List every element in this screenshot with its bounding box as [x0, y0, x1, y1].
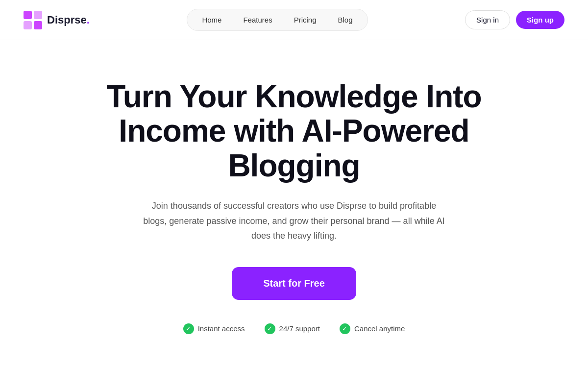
auth-buttons: Sign in Sign up — [465, 10, 564, 29]
logo: Disprse. — [24, 11, 90, 29]
trust-label-cancel: Cancel anytime — [354, 324, 405, 333]
hero-section: Turn Your Knowledge Into Income with AI-… — [0, 40, 588, 354]
nav-pricing[interactable]: Pricing — [284, 12, 326, 27]
trust-item-cancel: ✓ Cancel anytime — [340, 323, 405, 334]
logo-wordmark: Disprse. — [47, 14, 90, 26]
hero-subtitle: Join thousands of successful creators wh… — [142, 198, 446, 244]
check-icon-instant: ✓ — [183, 323, 194, 334]
disprse-logo-icon — [24, 11, 42, 29]
signup-button[interactable]: Sign up — [516, 11, 564, 29]
cta-button[interactable]: Start for Free — [232, 267, 356, 300]
hero-title: Turn Your Knowledge Into Income with AI-… — [98, 79, 490, 183]
check-icon-cancel: ✓ — [340, 323, 350, 334]
nav-features[interactable]: Features — [233, 12, 282, 27]
svg-rect-3 — [34, 21, 42, 29]
check-icon-support: ✓ — [265, 323, 275, 334]
svg-rect-1 — [34, 11, 42, 19]
signin-button[interactable]: Sign in — [465, 10, 510, 29]
main-nav: Home Features Pricing Blog — [187, 9, 368, 31]
trust-label-instant: Instant access — [198, 324, 245, 333]
nav-blog[interactable]: Blog — [328, 12, 363, 27]
trust-item-support: ✓ 24/7 support — [265, 323, 320, 334]
trust-item-instant-access: ✓ Instant access — [183, 323, 245, 334]
site-header: Disprse. Home Features Pricing Blog Sign… — [0, 0, 588, 40]
trust-label-support: 24/7 support — [279, 324, 320, 333]
svg-rect-0 — [24, 11, 32, 19]
svg-rect-2 — [24, 21, 32, 29]
trust-badges: ✓ Instant access ✓ 24/7 support ✓ Cancel… — [183, 323, 405, 334]
nav-home[interactable]: Home — [192, 12, 231, 27]
